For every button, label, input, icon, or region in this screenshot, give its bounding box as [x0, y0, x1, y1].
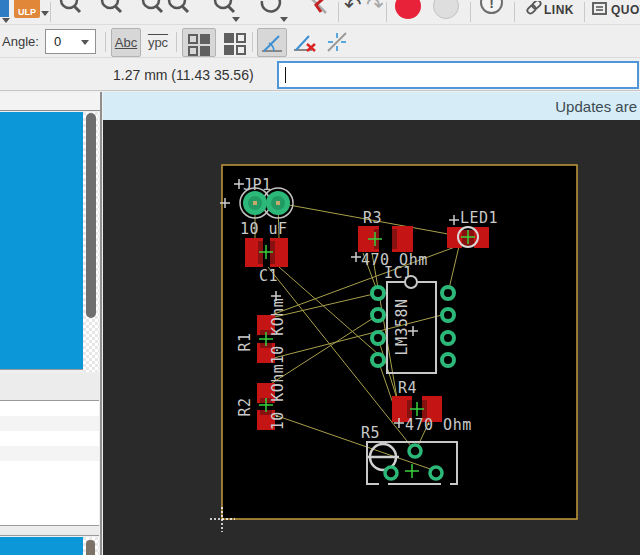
list-item[interactable]	[0, 446, 99, 461]
r1-label: R1	[236, 332, 254, 351]
angle-dropdown-arrow-icon	[81, 40, 89, 45]
angle-select[interactable]: 0	[45, 29, 96, 54]
sidebar-list[interactable]	[0, 401, 99, 526]
zoom-out-icon[interactable]	[99, 0, 123, 25]
ulp-button[interactable]: ULP	[14, 0, 40, 18]
grid-squares-alt-icon	[224, 33, 246, 55]
cursor-coordinates: 1.27 mm (11.43 35.56)	[113, 67, 254, 83]
redo-icon[interactable]: ↷	[366, 0, 384, 17]
eagle-board-editor: ULP	[0, 0, 640, 555]
angle-mode-icon	[260, 31, 284, 55]
quote-button[interactable]: QUOT	[611, 3, 640, 17]
list-item[interactable]	[0, 431, 99, 446]
c1-value: 10 uF	[240, 220, 288, 238]
angle-mode-button[interactable]	[257, 28, 287, 57]
list-item[interactable]	[0, 401, 99, 416]
library-icon[interactable]	[0, 0, 9, 17]
zoom-in-icon[interactable]	[58, 0, 82, 25]
sidebar-section-divider	[0, 373, 99, 401]
command-bar: 1.27 mm (11.43 35.56)	[0, 59, 640, 91]
update-notification-text: Updates are	[555, 98, 637, 115]
angle-off-icon	[292, 30, 318, 54]
angle-label: Angle:	[2, 34, 39, 49]
ic1-value: LM358N	[393, 298, 411, 355]
miter-spark-icon	[325, 30, 349, 54]
zoom-select-icon[interactable]	[166, 0, 190, 25]
r5-label: R5	[361, 424, 380, 442]
r4-value: 470 Ohm	[405, 416, 472, 434]
board-canvas[interactable]: JP1 10 uF C1 R3 470 Ohm	[103, 120, 640, 555]
miter-button[interactable]	[322, 28, 352, 57]
r2-value: 10 KOhm	[269, 364, 287, 431]
ulp-dropdown-arrow-icon[interactable]	[41, 11, 49, 16]
pad-display-button[interactable]	[182, 28, 216, 57]
timer-icon	[433, 0, 459, 19]
sidebar-panel-top[interactable]	[0, 112, 83, 370]
list-item[interactable]	[0, 416, 99, 431]
r2-label: R2	[236, 397, 254, 416]
toolbar-options: Angle: 0 Abc ypc	[0, 26, 640, 58]
command-input[interactable]	[277, 61, 639, 89]
sidebar-scrollbar2-thumb[interactable]	[86, 540, 95, 555]
redraw-dropdown-arrow-icon[interactable]	[280, 17, 288, 22]
zoom-dropdown-arrow-icon[interactable]	[232, 17, 240, 22]
jp1-label: JP1	[243, 176, 272, 194]
text-caret	[285, 67, 286, 83]
led1-label: LED1	[460, 209, 498, 227]
angle-value: 0	[54, 34, 61, 49]
update-notification-bar[interactable]: Updates are	[103, 92, 640, 120]
quote-icon	[592, 2, 608, 18]
grid-squares-icon	[188, 34, 210, 56]
r4-label: R4	[398, 379, 417, 397]
sidebar-divider-line	[100, 92, 102, 555]
zoom-fit-icon[interactable]	[140, 0, 164, 25]
ripup-icon[interactable]	[306, 0, 332, 25]
r1-value: 10 KOhm	[269, 298, 287, 365]
sidebar-section-divider-2	[0, 527, 99, 536]
r3-label: R3	[363, 209, 382, 227]
record-icon[interactable]	[395, 0, 421, 19]
library-dropdown-arrow-icon[interactable]	[2, 18, 10, 23]
sidebar-scrollbar-thumb[interactable]	[86, 113, 96, 318]
sidebar-panel-bottom[interactable]	[0, 537, 83, 555]
link-icon	[526, 1, 542, 19]
toolbar-top: ULP	[0, 0, 640, 25]
angle-off-button[interactable]	[290, 28, 320, 57]
undo-icon[interactable]: ↶	[344, 0, 362, 17]
sidebar-header	[0, 92, 101, 111]
layer-display-button[interactable]	[219, 28, 253, 57]
show-values-button[interactable]: ypc	[144, 28, 172, 57]
alert-icon[interactable]: !	[480, 0, 503, 14]
show-names-button[interactable]: Abc	[111, 28, 141, 57]
c1-label: C1	[259, 267, 278, 285]
link-button[interactable]: LINK	[544, 3, 574, 17]
